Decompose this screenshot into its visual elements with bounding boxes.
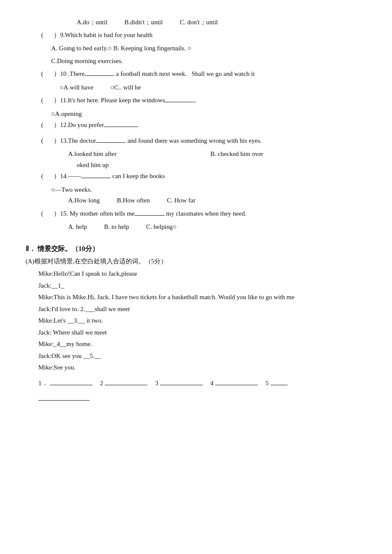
q13-stem: ）13.The doctor — [54, 136, 96, 147]
q13-block: ( ）13.The doctor and found there was som… — [26, 135, 366, 171]
answer-4: 4 — [210, 378, 258, 389]
dialogue-line-8: Jack:OK see you __5.__ — [26, 351, 366, 362]
dialogue-line-1: Mike:Hello!Can I speak to Jack,please — [26, 268, 366, 280]
q13-line: ( ）13.The doctor and found there was som… — [26, 135, 366, 147]
q14-options: A.How long B.How often C. How far — [26, 195, 366, 206]
q9-stem: ）9.Which habit is bad for your health — [54, 30, 153, 41]
dialogue-line-2: Jack:__1_ — [26, 280, 366, 291]
q15-options: A. help B. to help C. helping○ — [26, 222, 366, 233]
q12-blank — [104, 119, 138, 127]
q9-option-b: B. Keeping long fingernails. ○ — [113, 45, 191, 52]
q11-blank — [165, 95, 195, 102]
answer-extra-blank — [26, 390, 366, 401]
section2-subA: (A)根据对话情景,在空白处填入合适的词。（5分） — [26, 256, 366, 267]
q8-option-a: A.do；until — [77, 17, 107, 28]
q15-option-a: A. help — [68, 222, 87, 233]
q10-options: ○A.will have ○C.. will be — [26, 82, 366, 93]
q11-line: ( ）11.It's hot here. Please keep the win… — [26, 95, 366, 106]
answer-3: 3 — [155, 378, 203, 389]
q11-option-a: ○A.opening — [26, 109, 366, 120]
q8-options-line: A.do；until B.didn't；until C. don't；until — [26, 17, 366, 28]
q10-stem: ）10 .There — [54, 69, 84, 80]
dialogue-line-4: Jack:I'd love to. 2.___shall we meet — [26, 304, 366, 315]
q14-line: ( ）14.—— can I keep the books — [26, 170, 366, 182]
dialogue-line-5: Mike:Let's __3.__ it two. — [26, 315, 366, 326]
q15-stem: ）15. My mother often tells me — [54, 208, 135, 219]
dialogue-line-7: Mike:_4__my home. — [26, 339, 366, 350]
dialogue-line-6: Jack: Where shall we meet — [26, 327, 366, 338]
answer-5: 5 — [265, 378, 288, 389]
q15-option-b: B. to help — [104, 222, 129, 233]
main-content: A.do；until B.didn't；until C. don't；until… — [26, 17, 366, 401]
q13-option-c: oked him up — [26, 160, 366, 171]
dialogue-line-9: Mike:See you. — [26, 362, 366, 373]
answer-blanks-row: 1． 2 3 4 5 — [26, 378, 366, 389]
answer-2: 2 — [100, 378, 148, 389]
q8-option-c: C. don't；until — [180, 17, 218, 28]
q9-option-a: A. Going to bed early.○ — [51, 45, 112, 52]
q9-stem-line: ( ）9.Which habit is bad for your health — [26, 30, 366, 41]
q10-blank — [84, 68, 114, 76]
q14-option-c: C. How far — [167, 195, 196, 206]
q15-line: ( ）15. My mother often tells me my class… — [26, 208, 366, 219]
section2-title: Ⅱ． 情景交际。（10分） — [26, 243, 366, 254]
q9-option-c: C.Doing morning exercises. — [26, 56, 366, 67]
q12-line: ( ）12.Do you prefer — [26, 119, 366, 131]
q14-option-b: B.How often — [117, 195, 150, 206]
q15-option-c: C. helping○ — [146, 222, 177, 233]
q14-answer: ○—Two weeks. — [26, 185, 366, 196]
dialogue-line-3: Mike:This is Mike.Hi, Jack. I have two t… — [26, 292, 366, 303]
q10-option-c: ○C.. will be — [110, 82, 141, 93]
q13-options: A.looked him after B. checked him over — [26, 149, 366, 160]
q11-stem: ）11.It's hot here. Please keep the windo… — [54, 95, 165, 106]
q14-option-a: A.How long — [68, 195, 100, 206]
q13-option-b: B. checked him over — [210, 149, 263, 160]
q13-option-a: A.looked him after — [68, 149, 117, 160]
q10-rest: a football match next week. Shall we go … — [114, 69, 254, 80]
q14-stem: ）14.—— — [54, 171, 81, 182]
dialogue-block: Mike:Hello!Can I speak to Jack,please Ja… — [26, 268, 366, 373]
q12-stem: ）12.Do you prefer — [54, 120, 104, 131]
q8-option-b: B.didn't；until — [124, 17, 163, 28]
q10-option-a: ○A.will have — [60, 82, 93, 93]
q15-blank — [135, 208, 164, 216]
q13-blank — [96, 135, 126, 143]
answer-1: 1． — [38, 378, 92, 389]
q9-options: A. Going to bed early.○ B. Keeping long … — [26, 43, 366, 54]
q10-line: ( ）10 .There a football match next week.… — [26, 68, 366, 80]
q14-blank — [81, 170, 111, 178]
